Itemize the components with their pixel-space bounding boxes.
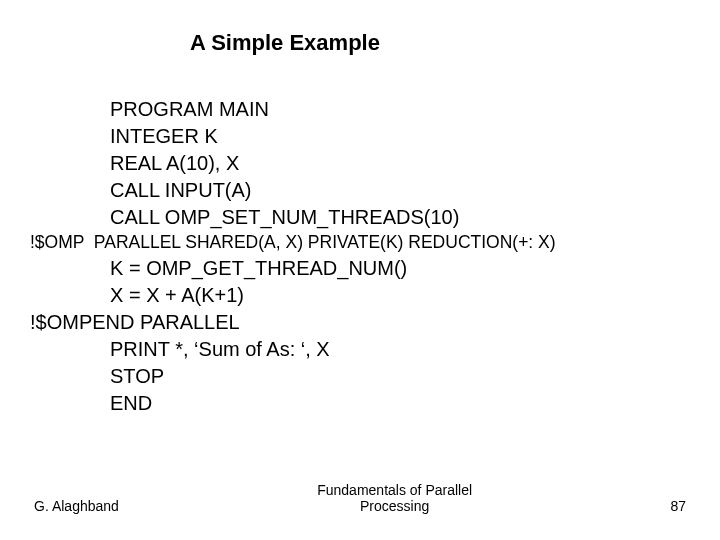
code-line: PRINT *, ‘Sum of As: ‘, X [30,336,690,363]
footer-title-line1: Fundamentals of Parallel [119,482,671,498]
code-line: END [30,390,690,417]
code-block: PROGRAM MAIN INTEGER K REAL A(10), X CAL… [30,96,690,482]
code-line-directive: !$OMPEND PARALLEL [30,309,690,336]
code-line: STOP [30,363,690,390]
slide-title: A Simple Example [190,30,690,56]
footer-title-line2: Processing [119,498,671,514]
code-line: INTEGER K [30,123,690,150]
code-line: PROGRAM MAIN [30,96,690,123]
code-line: K = OMP_GET_THREAD_NUM() [30,255,690,282]
footer-author: G. Alaghband [34,498,119,514]
code-line-directive: !$OMP PARALLEL SHARED(A, X) PRIVATE(K) R… [30,231,690,255]
page-number: 87 [670,498,686,514]
footer: G. Alaghband Fundamentals of Parallel Pr… [30,482,690,520]
code-line: X = X + A(K+1) [30,282,690,309]
code-line: REAL A(10), X [30,150,690,177]
code-line: CALL OMP_SET_NUM_THREADS(10) [30,204,690,231]
slide-content: A Simple Example PROGRAM MAIN INTEGER K … [0,0,720,540]
code-line: CALL INPUT(A) [30,177,690,204]
footer-title: Fundamentals of Parallel Processing [119,482,671,514]
